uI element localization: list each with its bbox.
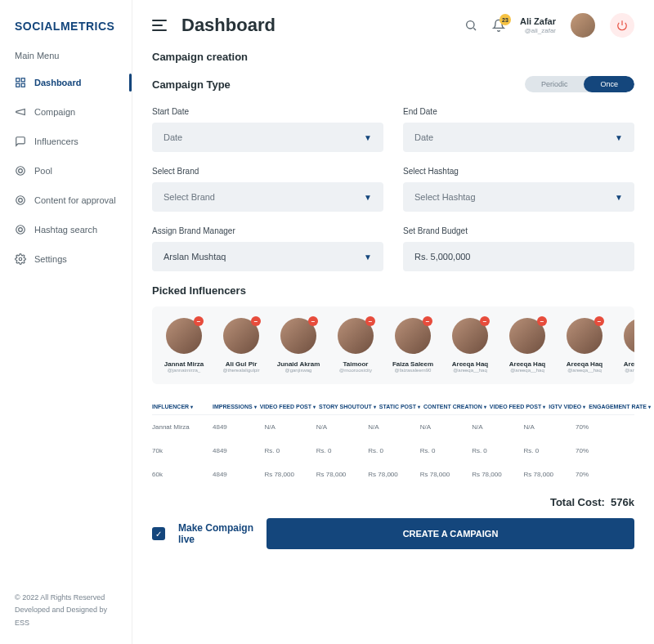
table-cell: Rs 78,000 xyxy=(316,471,365,478)
field-label: Assign Brand Manager xyxy=(152,226,383,235)
brand-field: Select Brand Select Brand▼ xyxy=(152,167,383,212)
table-cell: Rs 78,000 xyxy=(420,471,468,478)
column-header[interactable]: IGTV VIDEO ▾ xyxy=(549,404,585,409)
influencer-avatar: − xyxy=(624,318,634,354)
remove-icon[interactable]: − xyxy=(423,316,432,326)
table-body: Jannat Mirza4849N/AN/AN/AN/AN/AN/A70%70k… xyxy=(152,415,634,486)
svg-point-7 xyxy=(19,199,23,203)
influencer-card[interactable]: −Taimoor@mooroosicity xyxy=(332,318,379,373)
table-cell: 70k xyxy=(152,447,209,454)
notifications-button[interactable]: 23 xyxy=(492,19,505,32)
influencer-handle: @therealaligulpir xyxy=(222,368,259,373)
influencer-name: Areeqa Haq xyxy=(452,360,488,368)
svg-rect-2 xyxy=(16,83,20,87)
influencer-card[interactable]: −Junaid Akram@ganjiswag xyxy=(275,318,322,373)
gear-icon xyxy=(15,253,26,265)
power-icon xyxy=(616,20,628,31)
nav-label: Content for approval xyxy=(34,195,116,205)
subtitle: Campaign creation xyxy=(152,51,634,63)
target-icon xyxy=(15,195,26,206)
campaign-type-toggle: Periodic Once xyxy=(525,76,634,92)
field-label: Select Brand xyxy=(152,167,383,176)
table-row: 70k4849Rs. 0Rs. 0Rs. 0Rs. 0Rs. 0Rs. 070% xyxy=(152,439,634,463)
avatar[interactable] xyxy=(571,13,595,38)
sidebar-item-hashtag[interactable]: Hashtag search xyxy=(0,216,132,244)
influencer-card[interactable]: −Areeqa Haq@areeqa__haq xyxy=(618,318,634,373)
column-header[interactable]: ENGAGEMENT RATE ▾ xyxy=(589,404,647,409)
sidebar: SOCIALMETRICS Main Menu Dashboard Compai… xyxy=(0,0,132,644)
svg-point-6 xyxy=(16,196,25,205)
influencer-card[interactable]: −Jannat Mirza@jannatmirza_ xyxy=(160,318,208,373)
total-cost: Total Cost: 576k xyxy=(152,496,634,508)
influencer-card[interactable]: −Ali Gul Pir@therealaligulpir xyxy=(217,318,265,373)
influencer-card[interactable]: −Areeqa Haq@areeqa__haq xyxy=(561,318,608,373)
table-cell: N/A xyxy=(420,423,468,431)
column-header[interactable]: VIDEO FEED POST ▾ xyxy=(490,404,545,409)
sidebar-item-dashboard[interactable]: Dashboard xyxy=(0,69,132,96)
influencer-avatar: − xyxy=(452,318,488,354)
influencer-card[interactable]: −Areeqa Haq@areeqa__haq xyxy=(504,318,551,373)
table-cell: Rs. 0 xyxy=(420,447,468,454)
hashtag-select[interactable]: Select Hashtag▼ xyxy=(403,182,634,212)
remove-icon[interactable]: − xyxy=(480,316,490,326)
megaphone-icon xyxy=(15,106,26,118)
chevron-down-icon: ▼ xyxy=(364,133,372,142)
target-icon xyxy=(15,224,26,235)
influencer-avatar: − xyxy=(223,318,259,354)
influencer-table: INFLUENCER ▾IMPRESSIONS ▾VIDEO FEED POST… xyxy=(152,399,634,486)
table-cell: Rs 78,000 xyxy=(472,471,520,478)
manager-select[interactable]: Arslan Mushtaq▼ xyxy=(152,242,383,271)
column-header[interactable]: STATIC POST ▾ xyxy=(379,404,420,409)
table-row: Jannat Mirza4849N/AN/AN/AN/AN/AN/A70% xyxy=(152,415,634,439)
influencer-handle: @areeqa__haq xyxy=(567,368,601,373)
search-icon xyxy=(464,19,477,32)
table-cell: N/A xyxy=(472,423,520,431)
column-header[interactable]: STORY SHOUTOUT ▾ xyxy=(319,404,376,409)
menu-toggle[interactable] xyxy=(152,20,167,31)
logout-button[interactable] xyxy=(610,13,634,38)
table-cell: N/A xyxy=(524,423,572,431)
search-button[interactable] xyxy=(464,19,477,32)
svg-point-4 xyxy=(16,167,25,176)
column-header[interactable]: IMPRESSIONS ▾ xyxy=(213,404,257,409)
sidebar-item-pool[interactable]: Pool xyxy=(0,157,132,185)
influencer-card[interactable]: −Faiza Saleem@faizasaleem90 xyxy=(389,318,437,373)
sidebar-item-content[interactable]: Content for approval xyxy=(0,186,132,214)
table-cell: 70% xyxy=(576,471,634,478)
remove-icon[interactable]: − xyxy=(308,316,318,326)
table-cell: Rs 78,000 xyxy=(264,471,312,478)
remove-icon[interactable]: − xyxy=(365,316,375,326)
table-cell: Jannat Mirza xyxy=(152,423,209,431)
toggle-once[interactable]: Once xyxy=(584,76,634,92)
table-cell: Rs 78,000 xyxy=(368,471,416,478)
sidebar-item-compaign[interactable]: Compaign xyxy=(0,98,132,126)
budget-input[interactable]: Rs. 5,000,000 xyxy=(403,242,634,271)
column-header[interactable]: CONTENT CREATION ▾ xyxy=(423,404,486,409)
influencer-name: Junaid Akram xyxy=(277,360,320,368)
influencer-card[interactable]: −Areeqa Haq@areeqa__haq xyxy=(446,318,494,373)
table-cell: 4849 xyxy=(213,423,261,431)
influencer-name: Areeqa Haq xyxy=(509,360,545,368)
column-header[interactable]: INFLUENCER ▾ xyxy=(152,404,209,409)
remove-icon[interactable]: − xyxy=(251,316,261,326)
sidebar-item-influencers[interactable]: Influencers xyxy=(0,127,132,155)
make-live-label: Make Compaign live xyxy=(178,522,253,546)
influencer-name: Jannat Mirza xyxy=(164,360,204,368)
create-campaign-button[interactable]: CREATE A CAMPAIGN xyxy=(267,518,634,549)
remove-icon[interactable]: − xyxy=(594,316,604,326)
brand-select[interactable]: Select Brand▼ xyxy=(152,182,383,212)
chevron-down-icon: ▼ xyxy=(364,193,372,202)
start-date-select[interactable]: Date▼ xyxy=(152,123,383,152)
nav-label: Compaign xyxy=(34,107,75,117)
toggle-periodic[interactable]: Periodic xyxy=(525,76,585,92)
sidebar-item-settings[interactable]: Settings xyxy=(0,245,132,273)
start-date-field: Start Date Date▼ xyxy=(152,107,383,152)
user-name: Ali Zafar xyxy=(520,16,556,27)
nav-label: Dashboard xyxy=(34,78,81,87)
make-live-checkbox[interactable]: ✓ xyxy=(152,527,165,540)
table-cell: N/A xyxy=(316,423,365,431)
remove-icon[interactable]: − xyxy=(194,316,204,326)
remove-icon[interactable]: − xyxy=(537,316,547,326)
column-header[interactable]: VIDEO FEED POST ▾ xyxy=(260,404,316,409)
end-date-select[interactable]: Date▼ xyxy=(403,123,634,152)
